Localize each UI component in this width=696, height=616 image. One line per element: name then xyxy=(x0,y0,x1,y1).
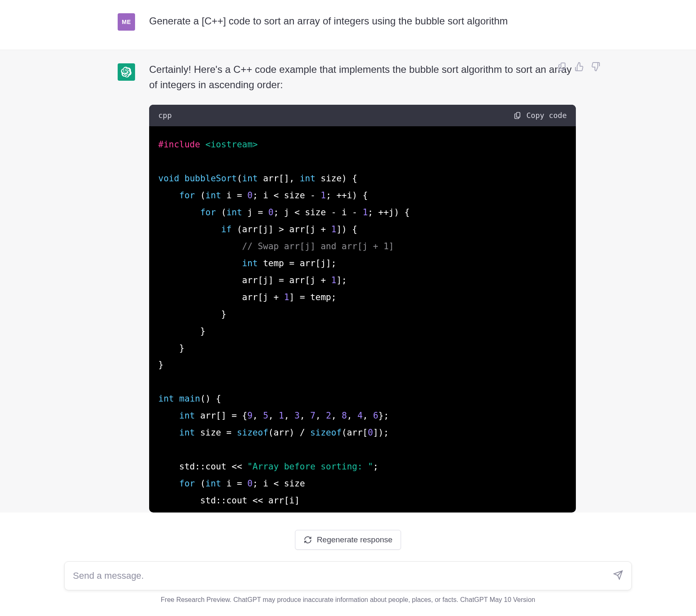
code-language-label: cpp xyxy=(158,110,172,121)
send-button[interactable] xyxy=(613,570,623,582)
svg-rect-1 xyxy=(561,63,565,69)
copy-code-button[interactable]: Copy code xyxy=(514,110,567,121)
user-avatar: ME xyxy=(118,13,135,31)
assistant-intro-text: Certainly! Here's a C++ code example tha… xyxy=(149,62,576,92)
regenerate-label: Regenerate response xyxy=(317,535,393,544)
code-body: #include <iostream> void bubbleSort(int … xyxy=(149,126,576,513)
user-message-row: ME Generate a [C++] code to sort an arra… xyxy=(0,0,696,50)
refresh-icon xyxy=(304,536,312,544)
thumbs-down-button[interactable] xyxy=(591,62,601,72)
thumbs-down-icon xyxy=(591,62,601,72)
message-actions xyxy=(558,62,601,72)
thumbs-up-icon xyxy=(574,62,584,72)
copy-code-label: Copy code xyxy=(526,110,567,121)
user-message-text: Generate a [C++] code to sort an array o… xyxy=(149,12,576,31)
assistant-avatar xyxy=(118,63,135,81)
code-block: cpp Copy code #include <iostream> void b… xyxy=(149,105,576,513)
code-header: cpp Copy code xyxy=(149,105,576,126)
clipboard-icon xyxy=(558,62,568,72)
user-avatar-label: ME xyxy=(122,19,131,25)
assistant-message-row: Certainly! Here's a C++ code example tha… xyxy=(0,50,696,513)
message-composer[interactable] xyxy=(64,561,632,590)
thumbs-up-button[interactable] xyxy=(574,62,584,72)
openai-icon xyxy=(121,67,132,77)
regenerate-response-button[interactable]: Regenerate response xyxy=(295,530,401,550)
copy-message-button[interactable] xyxy=(558,62,568,72)
footer-disclaimer: Free Research Preview. ChatGPT may produ… xyxy=(161,596,535,604)
send-icon xyxy=(613,570,623,580)
clipboard-icon xyxy=(514,111,522,120)
message-input[interactable] xyxy=(73,570,613,581)
svg-rect-0 xyxy=(517,113,520,118)
